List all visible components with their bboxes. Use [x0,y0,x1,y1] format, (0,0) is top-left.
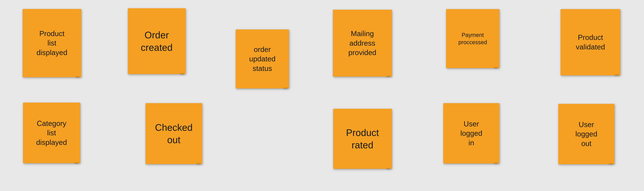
sticky-note-order-created-text: Order created [141,29,173,54]
sticky-note-product-list: Product list displayed [22,9,81,77]
sticky-note-category-list: Category list displayed [23,102,80,163]
sticky-note-product-validated-text: Product validated [576,33,605,52]
sticky-note-mailing-address-text: Mailing address provided [348,29,376,58]
sticky-note-user-logged-in: User logged in [443,103,500,164]
sticky-note-order-updated: order updated status [236,30,289,88]
sticky-note-product-rated: Product rated [333,109,392,169]
sticky-note-user-logged-in-text: User logged in [460,119,482,148]
sticky-note-user-logged-out: User logged out [558,104,614,164]
sticky-note-order-updated-text: order updated status [249,45,276,73]
sticky-note-payment-processed: Payment proccessed [446,9,500,68]
sticky-note-checked-out-text: Checked out [155,121,192,146]
sticky-note-mailing-address: Mailing address provided [333,10,392,76]
sticky-note-checked-out: Checked out [146,103,202,164]
sticky-note-user-logged-out-text: User logged out [576,120,597,148]
sticky-note-product-list-text: Product list displayed [36,29,67,58]
sticky-note-payment-processed-text: Payment proccessed [458,31,487,46]
sticky-note-category-list-text: Category list displayed [36,119,67,147]
sticky-note-product-validated: Product validated [560,9,620,75]
sticky-note-product-rated-text: Product rated [346,126,379,151]
sticky-note-order-created: Order created [128,8,186,74]
